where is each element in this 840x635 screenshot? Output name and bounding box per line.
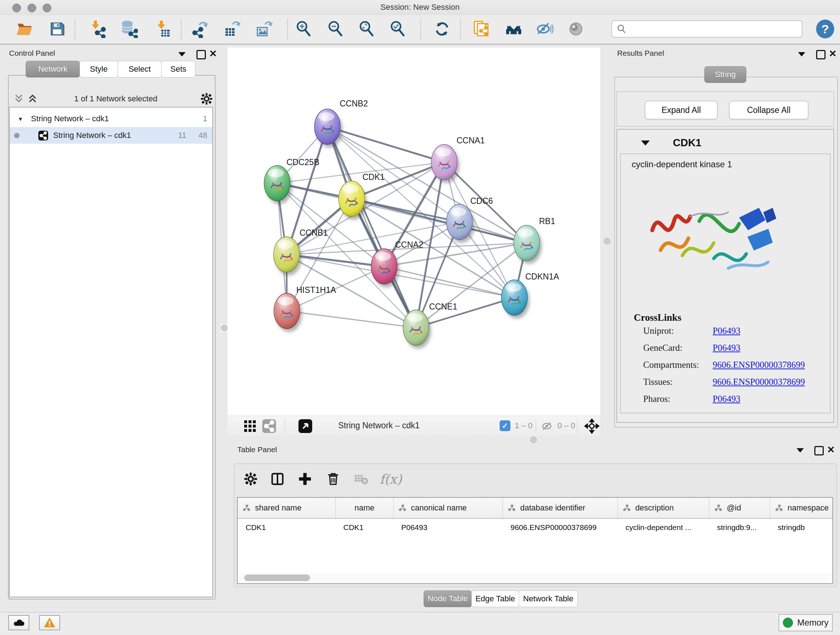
column-header-name[interactable]: name <box>335 498 393 518</box>
zoom-selected-icon[interactable] <box>388 19 407 38</box>
crosslink-value-link[interactable]: P06493 <box>713 343 740 353</box>
zoom-fit-icon[interactable] <box>357 19 376 38</box>
memory-button[interactable]: Memory <box>778 614 833 631</box>
warnings-button[interactable] <box>39 615 60 630</box>
collapse-all-icon[interactable] <box>14 93 24 103</box>
network-collection-row[interactable]: ▼ String Network – cdk1 1 <box>10 111 212 127</box>
zoom-in-icon[interactable] <box>294 19 313 38</box>
results-panel-float-icon[interactable] <box>816 50 826 59</box>
network-node-CCNB2[interactable]: CCNB2 <box>314 99 368 148</box>
cloud-button[interactable] <box>8 615 29 630</box>
horizontal-splitter-dot[interactable] <box>531 437 537 443</box>
control-panel-float-icon[interactable] <box>196 50 206 59</box>
network-node-HIST1H1A[interactable]: HIST1H1A <box>274 285 336 332</box>
network-edge[interactable] <box>327 127 444 162</box>
tab-edge-table[interactable]: Edge Table <box>471 591 519 607</box>
tab-sets[interactable]: Sets <box>161 61 195 78</box>
control-panel-close-icon[interactable]: ✕ <box>209 50 217 57</box>
table-panel-title: Table Panel <box>237 445 277 454</box>
tab-string[interactable]: String <box>704 66 746 83</box>
network-edge[interactable] <box>287 311 416 328</box>
show-all-eye-icon[interactable] <box>567 19 585 38</box>
table-cell: stringdb <box>770 523 832 532</box>
column-header-canonical-name[interactable]: canonical name <box>393 498 502 518</box>
selected-nodes-checkbox-icon[interactable]: ✓ <box>500 420 510 431</box>
network-node-CDKN1A[interactable]: CDKN1A <box>501 272 559 318</box>
crosslink-value-link[interactable]: P06493 <box>713 326 740 336</box>
right-splitter-dot[interactable] <box>604 238 610 244</box>
export-table-icon[interactable] <box>223 19 242 38</box>
control-panel-menu-icon[interactable] <box>178 52 186 57</box>
column-header-shared-name[interactable]: shared name <box>238 498 335 518</box>
search-input[interactable] <box>627 24 802 34</box>
results-panel-close-icon[interactable]: ✕ <box>829 50 837 57</box>
string-home-icon[interactable] <box>504 19 523 38</box>
column-header-@id[interactable]: @id <box>709 498 770 518</box>
open-in-window-icon[interactable] <box>298 419 312 433</box>
crosslink-value-link[interactable]: 9606.ENSP00000378699 <box>713 360 805 370</box>
import-table-from-file-icon[interactable] <box>153 19 172 38</box>
crosslink-row: GeneCard:P06493 <box>643 343 831 359</box>
string-settings-icon[interactable] <box>262 419 276 433</box>
refresh-view-icon[interactable] <box>433 19 452 38</box>
open-session-icon[interactable] <box>15 19 34 38</box>
scrollbar-thumb[interactable] <box>244 575 310 581</box>
left-splitter-dot[interactable] <box>221 325 227 331</box>
collapse-all-button[interactable]: Collapse All <box>729 101 808 119</box>
network-view-toolbar: String Network – cdk1 ✓ 1 – 0 0 – 0 <box>227 416 600 436</box>
hide-selected-eye-icon[interactable] <box>535 19 554 38</box>
network-edge[interactable] <box>327 127 416 328</box>
results-panel-menu-icon[interactable] <box>798 52 805 57</box>
crosslink-value-link[interactable]: P06493 <box>713 394 740 404</box>
help-button[interactable]: ? <box>816 19 834 38</box>
tab-style[interactable]: Style <box>80 61 118 78</box>
tab-node-table[interactable]: Node Table <box>424 591 472 607</box>
network-edge[interactable] <box>352 199 527 243</box>
delete-table-icon[interactable] <box>352 470 370 488</box>
column-header-description[interactable]: description <box>617 498 709 518</box>
table-panel-menu-icon[interactable] <box>797 448 804 453</box>
birdseye-grid-icon[interactable] <box>243 420 256 432</box>
expand-all-button[interactable]: Expand All <box>645 101 718 119</box>
delete-column-trash-icon[interactable] <box>324 470 342 488</box>
network-canvas[interactable]: CCNB2CCNA1CDC25BCDK1CDC6RB1CCNB1CCNA2CDK… <box>227 48 600 416</box>
string-network-icon <box>38 131 48 141</box>
table-panel-close-icon[interactable]: ✕ <box>827 446 835 453</box>
network-options-gear-icon[interactable] <box>200 92 213 106</box>
network-node-CCNA2[interactable]: CCNA2 <box>371 240 423 287</box>
tab-select[interactable]: Select <box>118 61 162 78</box>
table-horizontal-scrollbar[interactable] <box>238 573 832 583</box>
export-network-icon[interactable] <box>191 19 210 38</box>
zoom-out-icon[interactable] <box>326 19 345 38</box>
hidden-eye-slash-icon[interactable] <box>541 420 554 432</box>
create-column-plus-icon[interactable] <box>296 470 314 488</box>
expand-all-icon[interactable] <box>27 93 38 103</box>
hidden-count: 0 – 0 <box>557 421 575 431</box>
network-row-selected[interactable]: String Network – cdk1 11 48 <box>10 127 212 144</box>
crosslink-value-link[interactable]: 9606.ENSP00000378699 <box>713 377 805 387</box>
table-panel-float-icon[interactable] <box>814 446 824 455</box>
node-label-CCNB1: CCNB1 <box>300 228 328 238</box>
network-node-CCNE1[interactable]: CCNE1 <box>403 302 457 348</box>
fit-selected-crosshair-icon[interactable] <box>584 418 600 434</box>
import-network-from-file-icon[interactable] <box>88 19 107 38</box>
tab-network[interactable]: Network <box>26 61 80 78</box>
gene-expand-icon[interactable] <box>641 141 650 146</box>
node-label-CCNA1: CCNA1 <box>456 136 485 145</box>
column-header-database-identifier[interactable]: database identifier <box>502 498 617 518</box>
import-network-from-database-icon[interactable] <box>119 19 138 38</box>
column-header-namespace[interactable]: namespace <box>770 498 832 518</box>
table-settings-gear-icon[interactable] <box>242 470 260 488</box>
copy-network-icon[interactable] <box>472 19 491 38</box>
node-label-CDC6: CDC6 <box>470 196 493 206</box>
save-session-icon[interactable] <box>48 19 66 38</box>
table-row[interactable]: CDK1CDK1P064939606.ENSP00000378699cyclin… <box>238 519 832 536</box>
status-bar: Memory <box>0 612 840 635</box>
network-edge[interactable] <box>286 222 459 255</box>
export-image-icon[interactable] <box>255 19 273 38</box>
tab-network-table[interactable]: Network Table <box>519 591 578 607</box>
function-builder-icon[interactable]: f(x) <box>376 470 405 488</box>
show-columns-icon[interactable] <box>268 470 286 488</box>
network-node-RB1[interactable]: RB1 <box>514 217 555 264</box>
collection-expand-icon[interactable]: ▼ <box>18 116 23 122</box>
